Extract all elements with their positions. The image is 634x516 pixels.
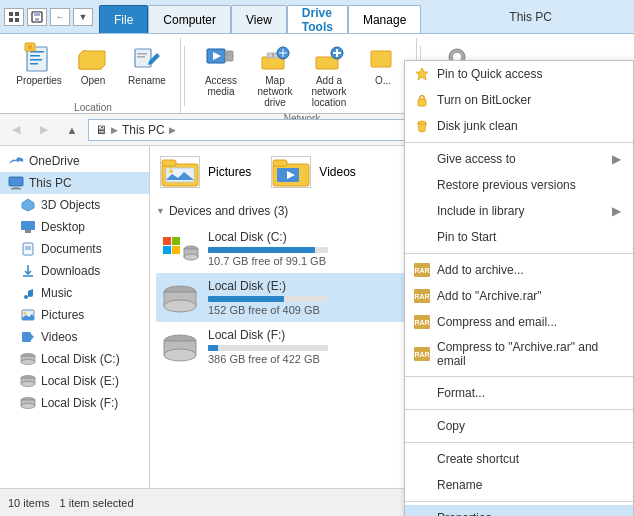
tab-drive-tools[interactable]: Drive Tools	[287, 5, 348, 33]
ribbon-btn-properties[interactable]: Properties	[14, 38, 64, 89]
ctx-copy-label: Copy	[437, 419, 465, 433]
ctx-give-access[interactable]: Give access to ▶	[405, 146, 633, 172]
ribbon-sep-1	[184, 46, 185, 106]
svg-rect-21	[225, 51, 233, 61]
tab-view[interactable]: View	[231, 5, 287, 33]
sidebar-item-videos[interactable]: Videos	[0, 326, 149, 348]
3dobjects-icon	[20, 197, 36, 213]
sidebar-item-desktop[interactable]: Desktop	[0, 216, 149, 238]
ctx-sep-6	[405, 501, 633, 502]
ctx-sep-2	[405, 253, 633, 254]
ctx-compress-rar-email[interactable]: RAR Compress to "Archive.rar" and email	[405, 335, 633, 373]
sidebar-item-downloads[interactable]: Downloads	[0, 260, 149, 282]
rar-icon-2: RAR	[414, 289, 430, 303]
sidebar-item-documents[interactable]: Documents	[0, 238, 149, 260]
ribbon-btn-open2[interactable]: O...	[358, 38, 408, 89]
ctx-create-shortcut[interactable]: Create shortcut	[405, 446, 633, 472]
ctx-sep-1	[405, 142, 633, 143]
svg-point-48	[24, 312, 27, 315]
ribbon-btn-rename[interactable]: Rename	[122, 38, 172, 89]
forward-button[interactable]: ▶	[32, 119, 56, 141]
svg-marker-50	[31, 334, 34, 340]
junk-icon	[413, 118, 431, 134]
sidebar-item-onedrive[interactable]: OneDrive	[0, 150, 149, 172]
compress-email-icon: RAR	[413, 314, 431, 330]
folder-videos[interactable]: Videos	[267, 152, 359, 192]
ctx-include-library[interactable]: Include in library ▶	[405, 198, 633, 224]
sidebar-label-localdiskf: Local Disk (F:)	[41, 396, 118, 410]
undo-icon[interactable]: ←	[50, 8, 70, 26]
format-icon	[413, 385, 431, 401]
svg-rect-49	[22, 332, 31, 342]
tab-manage[interactable]: Manage	[348, 5, 421, 33]
ribbon-btn-add-network[interactable]: Add a network location	[304, 38, 354, 111]
ctx-add-archive[interactable]: RAR Add to archive...	[405, 257, 633, 283]
ctx-disk-junk[interactable]: Disk junk clean	[405, 113, 633, 139]
ribbon-btn-map-network[interactable]: Map network drive	[250, 38, 300, 111]
ctx-sep-3	[405, 376, 633, 377]
tab-computer[interactable]: Computer	[148, 5, 231, 33]
add-network-icon	[313, 41, 345, 73]
sidebar-label-pictures: Pictures	[41, 308, 84, 322]
svg-rect-37	[13, 186, 19, 188]
ctx-pin-quick[interactable]: Pin to Quick access	[405, 61, 633, 87]
sidebar-item-3dobjects[interactable]: 3D Objects	[0, 194, 149, 216]
folder-pictures-label: Pictures	[208, 165, 251, 179]
ctx-copy[interactable]: Copy	[405, 413, 633, 439]
ribbon-tabs: File Computer View Drive Tools Manage	[99, 0, 421, 33]
tab-file[interactable]: File	[99, 5, 148, 33]
ctx-rename[interactable]: Rename	[405, 472, 633, 498]
pictures-icon	[20, 307, 36, 323]
svg-rect-10	[30, 59, 42, 61]
folder-pictures[interactable]: Pictures	[156, 152, 255, 192]
disk-e-icon	[20, 373, 36, 389]
rename-icon	[131, 41, 163, 73]
ribbon-location-label: Location	[74, 102, 112, 113]
map-network-label: Map network drive	[253, 75, 297, 108]
thispc-icon	[8, 175, 24, 191]
videos-thumb	[271, 156, 311, 188]
customize-icon[interactable]: ▼	[73, 8, 93, 26]
ctx-format-label: Format...	[437, 386, 485, 400]
sidebar-item-localdiskf[interactable]: Local Disk (F:)	[0, 392, 149, 414]
up-button[interactable]: ▲	[60, 119, 84, 141]
ctx-compress-email[interactable]: RAR Compress and email...	[405, 309, 633, 335]
ctx-restore[interactable]: Restore previous versions	[405, 172, 633, 198]
back-button[interactable]: ◀	[4, 119, 28, 141]
ctx-compress-rar-email-label: Compress to "Archive.rar" and email	[437, 340, 621, 368]
ctx-properties[interactable]: Properties ↖	[405, 505, 633, 516]
ctx-bitlocker-label: Turn on BitLocker	[437, 93, 531, 107]
drive-e-bar-wrap	[208, 296, 328, 302]
ctx-restore-label: Restore previous versions	[437, 178, 576, 192]
drive-f-bar-wrap	[208, 345, 328, 351]
open2-label: O...	[375, 75, 391, 86]
ctx-pin-start[interactable]: Pin to Start	[405, 224, 633, 250]
ctx-format[interactable]: Format...	[405, 380, 633, 406]
sidebar-item-localdiske[interactable]: Local Disk (E:)	[0, 370, 149, 392]
sidebar-item-thispc[interactable]: This PC	[0, 172, 149, 194]
address-path: This PC	[122, 123, 165, 137]
ctx-add-archive-label: Add to archive...	[437, 263, 524, 277]
ctx-add-archivezip[interactable]: RAR Add to "Archive.rar"	[405, 283, 633, 309]
selection-info: 1 item selected	[60, 497, 134, 509]
properties-icon	[23, 41, 55, 73]
open2-icon	[367, 41, 399, 73]
sidebar-label-documents: Documents	[41, 242, 102, 256]
sidebar-label-desktop: Desktop	[41, 220, 85, 234]
svg-point-74	[184, 254, 198, 260]
ribbon-group-network: Access media Map network drive	[188, 38, 417, 113]
address-chevron: ▶	[111, 125, 118, 135]
ctx-create-shortcut-label: Create shortcut	[437, 452, 519, 466]
ctx-bitlocker[interactable]: Turn on BitLocker	[405, 87, 633, 113]
sidebar-item-music[interactable]: Music	[0, 282, 149, 304]
svg-point-59	[21, 404, 35, 409]
ctx-sep-5	[405, 442, 633, 443]
save-icon[interactable]	[27, 8, 47, 26]
svg-rect-38	[11, 188, 21, 190]
ribbon-btn-open[interactable]: Open	[68, 38, 118, 89]
cursor-indicator: ↖	[502, 513, 510, 517]
ribbon-btn-access-media[interactable]: Access media	[196, 38, 246, 100]
sidebar-item-localdiskc[interactable]: Local Disk (C:)	[0, 348, 149, 370]
sidebar-item-pictures[interactable]: Pictures	[0, 304, 149, 326]
disk-c-icon	[20, 351, 36, 367]
